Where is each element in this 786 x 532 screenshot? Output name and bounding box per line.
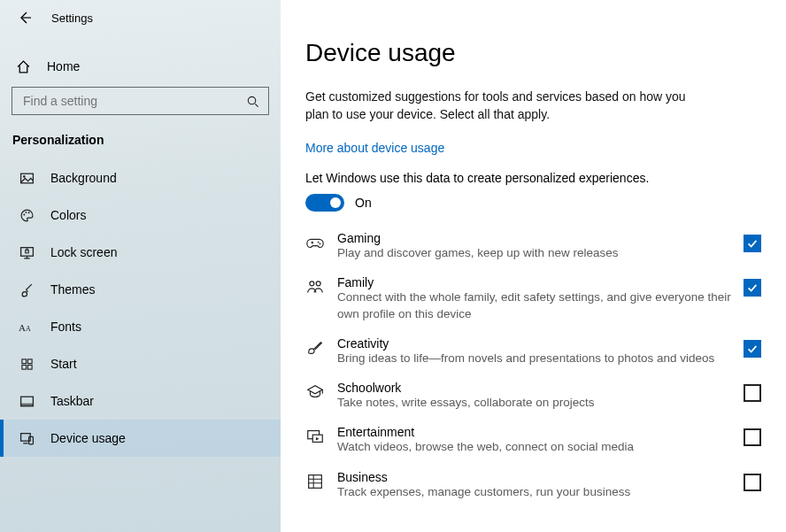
svg-rect-15 — [20, 403, 33, 405]
svg-point-5 — [27, 212, 29, 213]
sidebar-home-label: Home — [47, 59, 80, 73]
family-icon — [305, 277, 325, 297]
svg-rect-11 — [27, 359, 32, 363]
svg-rect-12 — [21, 365, 26, 369]
sidebar-item-start[interactable]: Start — [0, 345, 281, 382]
usage-option-checkbox-family[interactable] — [744, 279, 761, 297]
usage-option-business: BusinessTrack expenses, manage customers… — [305, 470, 761, 500]
svg-point-18 — [318, 242, 320, 243]
personalized-experiences-toggle[interactable] — [305, 194, 344, 212]
toggle-state-label: On — [355, 196, 372, 210]
toggle-caption: Let Windows use this data to create pers… — [305, 171, 761, 185]
device-usage-icon — [19, 430, 35, 446]
usage-option-checkbox-gaming[interactable] — [744, 235, 761, 252]
svg-text:A: A — [19, 322, 26, 333]
usage-option-entertainment: EntertainmentWatch videos, browse the we… — [305, 425, 761, 455]
svg-rect-13 — [27, 365, 32, 369]
svg-point-3 — [23, 213, 25, 215]
arrow-left-icon — [18, 11, 32, 25]
settings-sidebar: Settings Home Personalization Background… — [0, 0, 281, 532]
main-content: Device usage Get customized suggestions … — [281, 0, 786, 532]
picture-icon — [19, 170, 35, 186]
svg-rect-10 — [21, 359, 26, 363]
usage-option-checkbox-creativity[interactable] — [744, 340, 761, 358]
start-icon — [19, 356, 35, 372]
usage-option-checkbox-business[interactable] — [744, 474, 761, 491]
sidebar-item-label: Taskbar — [50, 394, 94, 408]
usage-option-title: Schoolwork — [337, 381, 731, 395]
creativity-icon — [305, 338, 325, 358]
gaming-icon — [305, 233, 325, 252]
usage-option-checkbox-entertainment[interactable] — [744, 428, 761, 446]
sidebar-item-colors[interactable]: Colors — [0, 197, 281, 234]
sidebar-section-label: Personalization — [0, 120, 281, 159]
palette-icon — [19, 207, 35, 223]
fonts-icon: AA — [19, 319, 35, 335]
usage-option-title: Entertainment — [337, 425, 731, 439]
usage-option-title: Family — [337, 275, 731, 289]
sidebar-item-taskbar[interactable]: Taskbar — [0, 382, 281, 420]
sidebar-item-device-usage[interactable]: Device usage — [0, 420, 281, 457]
sidebar-item-label: Start — [50, 357, 77, 371]
usage-option-subtitle: Bring ideas to life—from novels and pres… — [337, 351, 731, 366]
brush-icon — [19, 281, 35, 297]
usage-option-creativity: CreativityBring ideas to life—from novel… — [305, 336, 761, 366]
sidebar-item-label: Colors — [50, 208, 86, 222]
svg-point-21 — [316, 281, 320, 286]
sidebar-item-fonts[interactable]: AAFonts — [0, 308, 281, 345]
search-box[interactable] — [12, 87, 269, 115]
sidebar-item-lock-screen[interactable]: Lock screen — [0, 234, 281, 271]
page-description: Get customized suggestions for tools and… — [305, 89, 695, 123]
svg-point-20 — [310, 281, 314, 286]
home-icon — [15, 58, 31, 74]
svg-text:A: A — [26, 325, 31, 333]
usage-option-schoolwork: SchoolworkTake notes, write essays, coll… — [305, 381, 761, 411]
app-title: Settings — [51, 12, 93, 25]
sidebar-item-label: Background — [50, 171, 117, 185]
svg-rect-7 — [25, 250, 28, 252]
usage-option-subtitle: Track expenses, manage customers, run yo… — [337, 484, 731, 500]
business-icon — [305, 472, 325, 491]
lock-monitor-icon — [19, 244, 35, 260]
sidebar-item-background[interactable]: Background — [0, 159, 281, 197]
search-input[interactable] — [21, 93, 246, 109]
usage-option-subtitle: Connect with the whole family, edit safe… — [337, 289, 731, 321]
entertainment-icon — [305, 427, 325, 446]
sidebar-item-label: Themes — [50, 282, 96, 297]
usage-option-title: Gaming — [337, 231, 731, 245]
usage-option-subtitle: Take notes, write essays, collaborate on… — [337, 395, 731, 411]
usage-option-subtitle: Watch videos, browse the web, connect on… — [337, 439, 731, 455]
usage-option-family: FamilyConnect with the whole family, edi… — [305, 275, 761, 321]
sidebar-item-themes[interactable]: Themes — [0, 271, 281, 308]
svg-point-0 — [248, 96, 255, 104]
usage-option-title: Creativity — [337, 336, 731, 351]
sidebar-item-home[interactable]: Home — [0, 50, 281, 83]
sidebar-item-label: Fonts — [50, 320, 81, 334]
more-about-link[interactable]: More about device usage — [305, 141, 444, 155]
page-title: Device usage — [305, 39, 761, 67]
taskbar-icon — [19, 393, 35, 409]
sidebar-item-label: Lock screen — [50, 245, 117, 259]
svg-point-4 — [25, 211, 27, 212]
svg-point-2 — [23, 175, 26, 178]
usage-option-title: Business — [337, 470, 731, 484]
back-button[interactable] — [16, 9, 34, 27]
search-icon — [246, 95, 259, 108]
svg-point-19 — [320, 243, 321, 245]
schoolwork-icon — [305, 382, 325, 402]
usage-option-checkbox-schoolwork[interactable] — [744, 384, 761, 402]
usage-option-subtitle: Play and discover games, keep up with ne… — [337, 245, 731, 261]
sidebar-item-label: Device usage — [50, 431, 126, 445]
usage-option-gaming: GamingPlay and discover games, keep up w… — [305, 231, 761, 261]
svg-rect-24 — [309, 474, 322, 488]
